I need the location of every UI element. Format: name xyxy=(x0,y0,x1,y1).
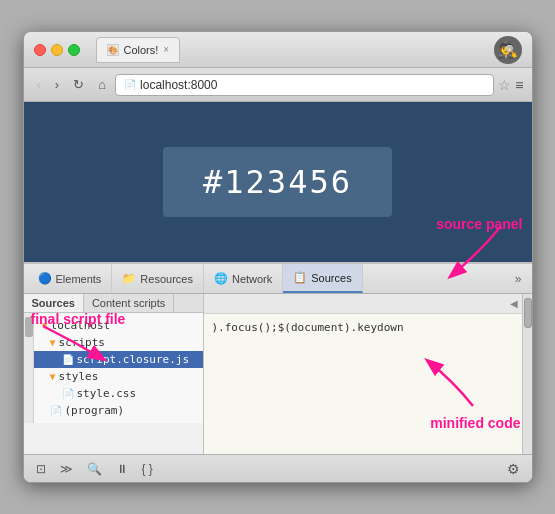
back-button[interactable]: ‹ xyxy=(32,74,46,95)
tree-label: styles xyxy=(59,370,99,383)
tree-item-localhost[interactable]: ▼ localhost xyxy=(34,317,203,334)
dock-button[interactable]: ⊡ xyxy=(32,460,50,478)
code-scrollbar[interactable] xyxy=(522,294,532,454)
browser-content: #123456 xyxy=(24,102,532,262)
search-button[interactable]: 🔍 xyxy=(83,460,106,478)
bookmark-button[interactable]: ☆ xyxy=(498,77,511,93)
pause-button[interactable]: ⏸ xyxy=(112,460,132,478)
title-bar: 🎨 Colors! × 🕵️ xyxy=(24,32,532,68)
code-panel: ◀ ).focus();$(document).keydown xyxy=(204,294,522,454)
spy-icon: 🕵️ xyxy=(494,36,522,64)
forward-button[interactable]: › xyxy=(50,74,64,95)
tab-network[interactable]: 🌐 Network xyxy=(204,264,283,293)
code-text: ).focus();$(document).keydown xyxy=(212,321,404,334)
tab-title: Colors! xyxy=(124,44,159,56)
browser-window: 🎨 Colors! × 🕵️ ‹ › ↻ ⌂ 📄 localhost:8000 … xyxy=(23,31,533,483)
sources-icon: 📋 xyxy=(293,271,307,285)
tab-resources-label: Resources xyxy=(140,273,193,285)
minimize-button[interactable] xyxy=(51,44,63,56)
menu-button[interactable]: ≡ xyxy=(515,77,523,93)
tree-label: style.css xyxy=(77,387,137,400)
folder-icon: ▼ xyxy=(50,371,56,382)
tree-label: script.closure.js xyxy=(77,353,190,366)
sources-tab[interactable]: Sources xyxy=(24,294,84,312)
tree-label: (program) xyxy=(65,404,125,417)
tree-item-program[interactable]: 📄 (program) xyxy=(34,402,203,419)
traffic-lights xyxy=(34,44,80,56)
folder-icon: ▼ xyxy=(50,337,56,348)
tab-elements-label: Elements xyxy=(56,273,102,285)
elements-icon: 🔵 xyxy=(38,272,52,286)
home-button[interactable]: ⌂ xyxy=(93,74,111,95)
tree-label: localhost xyxy=(51,319,111,332)
tab-resources[interactable]: 📁 Resources xyxy=(112,264,204,293)
close-button[interactable] xyxy=(34,44,46,56)
tab-network-label: Network xyxy=(232,273,272,285)
refresh-button[interactable]: ↻ xyxy=(68,74,89,95)
panel-collapse-icon[interactable]: ◀ xyxy=(510,298,518,309)
scrollbar-thumb[interactable] xyxy=(524,298,532,328)
address-favicon: 📄 xyxy=(124,79,136,90)
devtools-panel: 🔵 Elements 📁 Resources 🌐 Network 📋 Sourc… xyxy=(24,262,532,482)
tree-item-styles[interactable]: ▼ styles xyxy=(34,368,203,385)
css-file-icon: 📄 xyxy=(62,388,74,399)
code-panel-header: ◀ xyxy=(204,294,522,314)
title-bar-icons: 🕵️ xyxy=(494,36,522,64)
devtools-content: Sources Content scripts ▼ localhost xyxy=(24,294,532,454)
file-tree: ▼ localhost ▼ scripts 📄 script.closure.j… xyxy=(34,313,203,423)
tab-elements[interactable]: 🔵 Elements xyxy=(28,264,113,293)
more-tabs-button[interactable]: » xyxy=(509,268,528,290)
tab-bar: 🎨 Colors! × xyxy=(96,37,486,63)
tab-favicon: 🎨 xyxy=(107,44,119,56)
settings-button[interactable]: ⚙ xyxy=(503,459,524,479)
code-content: ).focus();$(document).keydown xyxy=(204,314,522,454)
address-text: localhost:8000 xyxy=(140,78,217,92)
console-button[interactable]: ≫ xyxy=(56,460,77,478)
color-hex-value: #123456 xyxy=(203,163,352,201)
file-panel-tabs: Sources Content scripts xyxy=(24,294,203,313)
nav-bar: ‹ › ↻ ⌂ 📄 localhost:8000 ☆ ≡ xyxy=(24,68,532,102)
code-line: ).focus();$(document).keydown xyxy=(212,320,514,335)
network-icon: 🌐 xyxy=(214,272,228,286)
tab-close-button[interactable]: × xyxy=(163,44,169,55)
maximize-button[interactable] xyxy=(68,44,80,56)
file-icon: 📄 xyxy=(50,405,62,416)
content-scripts-tab[interactable]: Content scripts xyxy=(84,294,174,312)
pretty-print-button[interactable]: { } xyxy=(138,460,157,478)
devtools-toolbar: ⊡ ≫ 🔍 ⏸ { } ⚙ xyxy=(24,454,532,482)
tree-item-style-css[interactable]: 📄 style.css xyxy=(34,385,203,402)
resources-icon: 📁 xyxy=(122,272,136,286)
color-display: #123456 xyxy=(163,147,392,217)
tab-sources[interactable]: 📋 Sources xyxy=(283,264,362,293)
devtools-tab-bar: 🔵 Elements 📁 Resources 🌐 Network 📋 Sourc… xyxy=(24,264,532,294)
browser-tab[interactable]: 🎨 Colors! × xyxy=(96,37,181,63)
tab-sources-label: Sources xyxy=(311,272,351,284)
tree-label: scripts xyxy=(59,336,105,349)
tree-item-scripts[interactable]: ▼ scripts xyxy=(34,334,203,351)
address-bar[interactable]: 📄 localhost:8000 xyxy=(115,74,494,96)
js-file-icon: 📄 xyxy=(62,354,74,365)
folder-icon: ▼ xyxy=(42,320,48,331)
file-panel: Sources Content scripts ▼ localhost xyxy=(24,294,204,454)
tree-item-script-closure[interactable]: 📄 script.closure.js xyxy=(34,351,203,368)
